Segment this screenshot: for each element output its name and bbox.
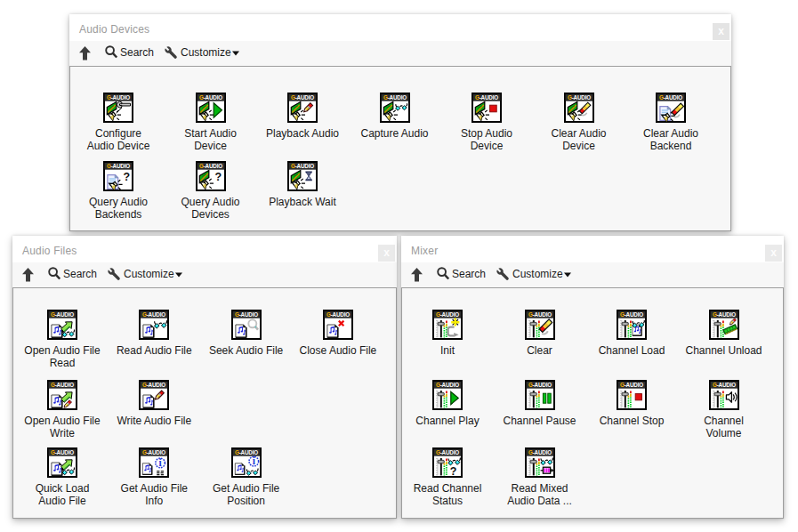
svg-text:G-AUDIO: G-AUDIO [475,94,498,101]
svg-text:G-AUDIO: G-AUDIO [528,382,551,388]
svg-text:G-AUDIO: G-AUDIO [142,311,165,318]
svg-text:G-AUDIO: G-AUDIO [436,311,459,318]
svg-text:G-AUDIO: G-AUDIO [712,311,735,318]
svg-text:G-AUDIO: G-AUDIO [51,382,74,388]
svg-text:G-AUDIO: G-AUDIO [234,311,257,318]
svg-text:?: ? [450,465,457,478]
svg-text:G-AUDIO: G-AUDIO [620,382,643,388]
svg-text:G-AUDIO: G-AUDIO [198,94,222,101]
svg-text:G-AUDIO: G-AUDIO [659,94,682,101]
svg-text:G-AUDIO: G-AUDIO [51,311,74,318]
svg-text:?: ? [123,171,130,183]
svg-text:G-AUDIO: G-AUDIO [142,382,165,388]
svg-text:G-AUDIO: G-AUDIO [528,449,551,455]
svg-text:G-AUDIO: G-AUDIO [107,94,130,101]
svg-text:G-AUDIO: G-AUDIO [291,163,314,169]
svg-text:G-AUDIO: G-AUDIO [436,382,459,388]
svg-text:G-AUDIO: G-AUDIO [142,449,165,455]
svg-text:G-AUDIO: G-AUDIO [291,94,314,101]
svg-text:G-AUDIO: G-AUDIO [528,311,551,318]
svg-text:G-AUDIO: G-AUDIO [326,311,350,318]
svg-text:G-AUDIO: G-AUDIO [567,94,590,101]
svg-text:G-AUDIO: G-AUDIO [383,94,406,101]
svg-text:G-AUDIO: G-AUDIO [51,449,74,455]
svg-text:G-AUDIO: G-AUDIO [712,382,735,388]
svg-text:G-AUDIO: G-AUDIO [620,311,643,318]
svg-text:G-AUDIO: G-AUDIO [436,449,459,455]
svg-text:?: ? [214,171,222,183]
svg-text:G-AUDIO: G-AUDIO [107,163,130,169]
svg-text:G-AUDIO: G-AUDIO [198,163,222,169]
svg-text:G-AUDIO: G-AUDIO [234,449,257,455]
